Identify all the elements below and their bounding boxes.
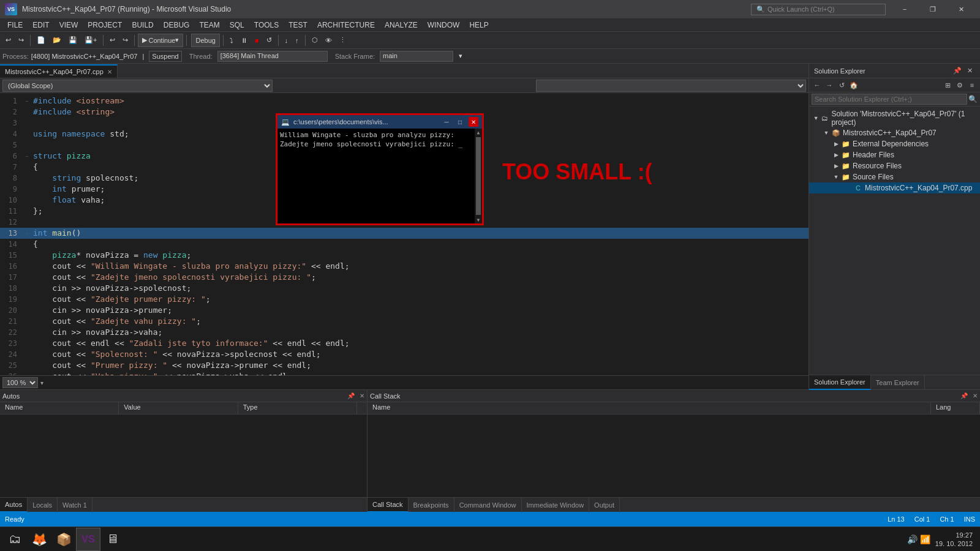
autos-col-name[interactable]: Name	[0, 402, 119, 414]
console-scroll-down[interactable]: ▼	[475, 216, 482, 223]
toolbar-step-into[interactable]: ↓	[282, 34, 292, 47]
menu-project[interactable]: PROJECT	[83, 18, 127, 32]
tab-autos[interactable]: Autos	[0, 498, 28, 512]
toolbar-step-out[interactable]: ↑	[292, 34, 302, 47]
toolbar-more[interactable]: ⋮	[336, 34, 349, 47]
tab-immediate-window[interactable]: Immediate Window	[522, 498, 590, 512]
stack-dropdown[interactable]: main	[380, 51, 453, 62]
debug-dropdown[interactable]: Debug	[191, 34, 219, 47]
callstack-close-icon[interactable]: ✕	[973, 392, 978, 399]
autos-close-icon[interactable]: ✕	[360, 392, 364, 399]
menu-help[interactable]: HELP	[464, 18, 493, 32]
suspend-button[interactable]: Suspend	[149, 51, 181, 62]
tab-callstack[interactable]: Call Stack	[368, 498, 409, 512]
callstack-pin-icon[interactable]: 📌	[960, 392, 968, 399]
console-close-button[interactable]: ✕	[469, 117, 478, 127]
se-tab-team-explorer[interactable]: Team Explorer	[871, 375, 925, 390]
menu-team[interactable]: TEAM	[194, 18, 224, 32]
toolbar-forward[interactable]: ↪	[15, 34, 27, 47]
se-resource-files-item[interactable]: ▶ 📁 Resource Files	[809, 160, 980, 171]
menu-sql[interactable]: SQL	[225, 18, 249, 32]
se-nav-back[interactable]: ←	[812, 80, 823, 91]
autos-content[interactable]	[0, 414, 367, 497]
toolbar-new[interactable]: 📄	[34, 34, 48, 47]
tab-output[interactable]: Output	[589, 498, 620, 512]
taskbar-icon-folder[interactable]: 🗂	[2, 528, 27, 551]
menu-window[interactable]: WINDOW	[423, 18, 465, 32]
callstack-content[interactable]	[368, 414, 980, 497]
tab-close-icon[interactable]: ✕	[107, 69, 112, 75]
se-solution-item[interactable]: ▼ 🗂 Solution 'MistrostvicC++_Kap04_Pr07'…	[809, 109, 980, 127]
se-nav-forward[interactable]: →	[824, 80, 835, 91]
quick-launch[interactable]: 🔍 Quick Launch (Ctrl+Q)	[751, 4, 886, 15]
se-props[interactable]: ≡	[967, 80, 978, 91]
zoom-select[interactable]: 100 %	[2, 377, 38, 388]
menu-debug[interactable]: DEBUG	[159, 18, 195, 32]
menu-build[interactable]: BUILD	[127, 18, 158, 32]
scope-dropdown[interactable]: (Global Scope)	[2, 80, 273, 92]
console-max-button[interactable]: □	[455, 117, 465, 127]
toolbar-saveall[interactable]: 💾+	[81, 34, 100, 47]
taskbar-icon-vs[interactable]: VS	[76, 528, 100, 551]
menu-analyze[interactable]: ANALYZE	[380, 18, 423, 32]
toolbar-save[interactable]: 💾	[66, 34, 80, 47]
menu-view[interactable]: VIEW	[55, 18, 83, 32]
autos-col-value[interactable]: Value	[119, 402, 238, 414]
stack-arrow[interactable]: ▾	[456, 50, 466, 63]
se-refresh[interactable]: ↺	[836, 80, 847, 91]
toolbar-restart[interactable]: ↺	[263, 34, 275, 47]
se-project-item[interactable]: ▼ 📦 MistrostvicC++_Kap04_Pr07	[809, 127, 980, 138]
se-external-deps-expand[interactable]: ▶	[831, 139, 841, 149]
taskbar-icon-package[interactable]: 📦	[51, 528, 76, 551]
se-search-icon[interactable]: 🔍	[968, 95, 978, 103]
tab-locals[interactable]: Locals	[28, 498, 58, 512]
continue-button[interactable]: ▶ Continue ▾	[138, 34, 183, 47]
close-button[interactable]: ✕	[947, 0, 975, 18]
editor-tab-main[interactable]: MistrostvicC++_Kap04_Pr07.cpp ✕	[0, 64, 118, 78]
fold-icon-13[interactable]: −	[25, 228, 28, 239]
toolbar-undo[interactable]: ↩	[107, 34, 118, 47]
toolbar-open[interactable]: 📂	[50, 34, 64, 47]
se-search-input[interactable]	[812, 94, 967, 105]
minimize-button[interactable]: −	[891, 0, 919, 18]
autos-col-type[interactable]: Type	[238, 402, 357, 414]
thread-dropdown[interactable]: [3684] Main Thread	[217, 51, 328, 62]
se-external-deps-item[interactable]: ▶ 📁 External Dependencies	[809, 138, 980, 149]
autos-pin-icon[interactable]: 📌	[347, 392, 355, 399]
toolbar-step-over[interactable]: ⤵	[227, 34, 236, 47]
menu-edit[interactable]: EDIT	[28, 18, 54, 32]
console-scroll-up[interactable]: ▲	[475, 129, 482, 136]
se-pin-icon[interactable]: 📌	[952, 66, 963, 77]
se-filter[interactable]: ⚙	[954, 80, 965, 91]
se-main-file-item[interactable]: C MistrostvicC++_Kap04_Pr07.cpp	[809, 182, 980, 193]
menu-file[interactable]: FILE	[2, 18, 28, 32]
fold-icon-6[interactable]: −	[25, 151, 28, 162]
se-tab-solution-explorer[interactable]: Solution Explorer	[809, 375, 871, 390]
callstack-col-name[interactable]: Name	[368, 402, 931, 414]
console-scroll-thumb[interactable]	[476, 137, 481, 215]
tab-command-window[interactable]: Command Window	[454, 498, 522, 512]
toolbar-watch[interactable]: 👁	[322, 34, 335, 47]
se-project-expand[interactable]: ▼	[821, 128, 831, 138]
se-header-files-expand[interactable]: ▶	[831, 150, 841, 160]
taskbar-icon-browser[interactable]: 🦊	[27, 528, 51, 551]
console-scrollbar[interactable]: ▲ ▼	[475, 129, 482, 223]
taskbar-icon-monitor[interactable]: 🖥	[100, 528, 125, 551]
callstack-col-lang[interactable]: Lang	[931, 402, 980, 414]
toolbar-redo[interactable]: ↪	[119, 34, 131, 47]
restore-button[interactable]: ❐	[919, 0, 947, 18]
se-home[interactable]: 🏠	[848, 80, 859, 91]
toolbar-stop[interactable]: ■	[252, 34, 262, 47]
menu-test[interactable]: TEST	[284, 18, 312, 32]
se-source-files-item[interactable]: ▼ 📁 Source Files	[809, 171, 980, 182]
menu-architecture[interactable]: ARCHITECTURE	[312, 18, 380, 32]
member-dropdown[interactable]	[536, 80, 806, 92]
fold-icon-1[interactable]: −	[25, 96, 28, 107]
toolbar-pause[interactable]: ⏸	[238, 34, 251, 47]
se-solution-expand[interactable]: ▼	[812, 113, 821, 123]
se-header-files-item[interactable]: ▶ 📁 Header Files	[809, 149, 980, 160]
se-source-files-expand[interactable]: ▼	[831, 172, 841, 182]
menu-tools[interactable]: TOOLS	[249, 18, 284, 32]
se-close-icon[interactable]: ✕	[964, 66, 975, 77]
tab-watch1[interactable]: Watch 1	[58, 498, 92, 512]
